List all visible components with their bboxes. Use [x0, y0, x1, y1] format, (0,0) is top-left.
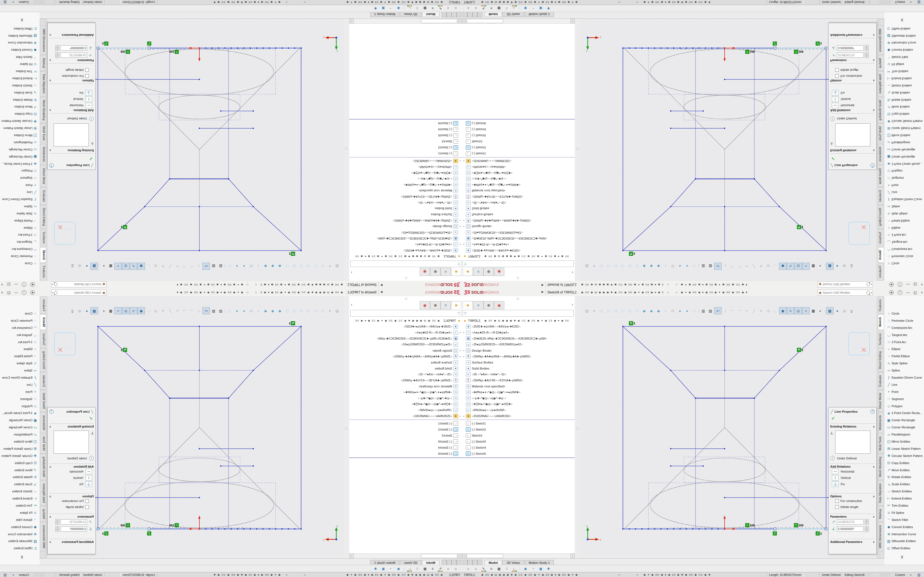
display-toolbar-icon[interactable]: ◉ — [395, 566, 402, 572]
sketch-tool-item[interactable]: ✂ Trim Entities — [0, 68, 40, 75]
display-toolbar-icon[interactable]: ∟ — [511, 566, 518, 572]
sketch-tool-item[interactable]: ◫ Mirror Entities — [884, 132, 924, 139]
sketch-tool-item[interactable]: ⇔ Stretch Entities — [0, 488, 40, 495]
sketch-tool-item[interactable]: ▣ Center Rectangle — [0, 417, 40, 424]
help-icon[interactable]: ? — [22, 282, 26, 287]
featuremanager-tab[interactable]: ≡ — [473, 268, 483, 276]
toolbar-icon[interactable]: ◐ — [100, 308, 107, 314]
toolbar-icon[interactable]: ∟ — [772, 263, 779, 269]
toolbar-icon[interactable]: ↩ — [714, 263, 722, 270]
toolbar-icon[interactable]: ◻ — [312, 308, 319, 314]
sketch-tool-item[interactable]: ◡ Tangent Arc — [884, 331, 924, 338]
commandmanager-tab[interactable]: Sheet Metal — [40, 165, 46, 187]
checkbox[interactable] — [85, 74, 89, 78]
scrollbar-thumb[interactable] — [467, 554, 503, 558]
commandmanager-tab[interactable]: Data Migration — [40, 71, 46, 97]
add-relation-row[interactable]: ⚓ Fix — [830, 90, 875, 96]
display-toolbar-icon[interactable]: ▣ — [380, 5, 386, 11]
sketch-tool-item[interactable]: ✂ Trim Entities — [884, 502, 924, 509]
toolbar-icon[interactable]: ◻ — [298, 263, 305, 269]
tree-item[interactable]: ▸ ◔ ○Λ●◎✚25◦Я○◦○Я◦52✚◎●Λ○ — [349, 330, 462, 336]
sketch-tool-item[interactable]: ▱ Parallelogram — [0, 139, 40, 146]
document-tab[interactable]: Model — [422, 560, 439, 565]
toolbar-icon[interactable]: ◻ — [619, 263, 626, 269]
length-input[interactable]: 10.88152731 — [837, 53, 864, 58]
tree-item[interactable]: ▸ ▢ Design Binder — [349, 224, 462, 230]
commandmanager-tab[interactable]: MBD Dimensions — [878, 522, 884, 551]
search-icon[interactable] — [54, 283, 58, 286]
sketch-tool-item[interactable]: ◌ Perimeter Circle — [0, 317, 40, 324]
commandmanager-tab[interactable]: Weldments — [40, 144, 46, 164]
tree-item-sketch[interactable]: ∟ (-) Sketch2 — [462, 145, 575, 151]
tab-nav-button[interactable] — [462, 560, 467, 565]
toolbar-icon[interactable]: ✎ — [160, 263, 166, 269]
toolbar-icon[interactable]: ⊥ — [195, 308, 202, 314]
tree-item[interactable]: ▸ ■ ○253ЄИNАU·○◦○·UАNИЄ352○ — [349, 158, 462, 164]
toolbar-circle-icon[interactable]: ○ — [667, 290, 669, 294]
display-toolbar-icon[interactable]: ◉ — [522, 5, 529, 11]
unit-system-dropdown[interactable]: Custom — [19, 0, 29, 5]
tree-item-sketch[interactable]: ∟ (-) Sketch1 — [349, 421, 462, 426]
toolbar-icon[interactable]: ◻ — [633, 308, 640, 314]
checkbox[interactable] — [835, 68, 839, 72]
menu-item[interactable] — [512, 292, 517, 293]
sketch-tool-item[interactable]: ↗ Move Entities — [0, 467, 40, 474]
scrollbar-thumb[interactable] — [421, 19, 457, 23]
splitter-handle[interactable] — [577, 427, 579, 430]
sketch-tool-item[interactable]: ◈ 3 Point Center Recta... — [884, 160, 924, 168]
toolbar-icon[interactable]: | — [225, 263, 226, 269]
scroll-right-icon[interactable]: › — [349, 554, 354, 558]
expand-panel-chevron-icon[interactable]: › — [351, 302, 352, 307]
display-toolbar-icon[interactable]: ✱ — [372, 566, 379, 572]
more-tools-chevron-icon[interactable]: ≫ — [20, 18, 24, 22]
menu-item[interactable] — [522, 292, 528, 293]
sketch-tool-item[interactable]: ◇ Polygon — [0, 168, 40, 175]
tree-item-sketch[interactable]: ∟ (-) Sketch1 — [462, 421, 575, 426]
relation-icon[interactable]: | — [832, 97, 838, 102]
tree-item-sketch[interactable]: ∟ (-) Sketch4 — [462, 445, 575, 451]
user-account-icon[interactable]: ◉ — [889, 290, 894, 295]
menu-item[interactable] — [402, 292, 407, 293]
tree-root-item[interactable]: ■ TЯPDL2. ◉ ЗЄ ◉ Ш ◉ ◉ ◉ ✚ ◉ ƆС ◉ ЗЄ ◉ ✦… — [349, 253, 462, 259]
toolbar-icon[interactable]: ▤ — [583, 263, 590, 269]
sketch-tool-item[interactable]: ❖ Circular Sketch Pattern — [0, 452, 40, 459]
unit-system-dropdown[interactable]: Custom — [895, 572, 905, 577]
tree-item[interactable]: ◗ Surface Bodies — [349, 359, 462, 366]
sketch-tool-item[interactable]: ∾ Spline — [884, 367, 924, 374]
toolbar-icon[interactable]: ◍ — [76, 308, 83, 314]
tab-nav-button[interactable] — [462, 12, 467, 17]
tree-item[interactable]: ◒ ○25●◎25ИNЗЄ25○◦○52ЄЗNИ52◎●52○ — [349, 229, 462, 235]
sketch-tool-item[interactable]: ⊡ Copy Entities — [0, 110, 40, 118]
search-input[interactable]: ▣ Search CAD Models ▾ — [817, 290, 873, 296]
menu-item[interactable] — [391, 284, 396, 285]
angle-spinner[interactable]: ▲▼ — [55, 45, 60, 51]
toolbar-icon[interactable]: ◎ — [152, 263, 159, 269]
commandmanager-tab[interactable]: Sheet Metal — [878, 390, 884, 412]
panel-collapse-handle[interactable] — [517, 298, 519, 300]
expand-arrow-icon[interactable]: ▸ — [462, 349, 466, 352]
toolbar-icon[interactable]: ✎ — [758, 308, 764, 314]
commandmanager-tab[interactable]: Markup — [40, 55, 46, 71]
display-toolbar-icon[interactable]: ≡ — [488, 5, 495, 11]
sketch-tool-item[interactable]: ∪ Fit Spline — [0, 509, 40, 516]
panel-splitter[interactable] — [344, 296, 349, 558]
search-dropdown-icon[interactable]: ▾ — [871, 292, 872, 294]
sketch-tool-item[interactable]: ◝ Sketch Fillet — [0, 516, 40, 524]
tree-item[interactable]: ◐ ○25·∩*●Аm○◦○mА●*∩·52○ — [349, 200, 462, 206]
expand-arrow-icon[interactable]: ▸ — [462, 415, 466, 417]
sketch-tool-item[interactable]: ⊗ Intersection Curve — [884, 40, 924, 47]
menu-item[interactable] — [396, 292, 402, 293]
help-icon[interactable]: ? — [49, 163, 53, 168]
sketch-tool-item[interactable]: ⇔ Stretch Entities — [884, 488, 924, 495]
featuremanager-tab[interactable]: ≡ — [441, 301, 451, 309]
sketch-tool-item[interactable]: ◆ Convert Entities — [0, 47, 40, 53]
tree-item[interactable]: ▦ ○25✚3Є25○ИN◎◦✚ƆСЗЄИЗЄ25○◦○52ЄЗИЄЗСƆ✚◦◎… — [462, 335, 575, 342]
tree-item[interactable]: ★ ○253Є✚◦●◎VАΦ○◦○ΦАV◎●◦✚Є352○ — [349, 324, 462, 330]
toolbar-icon[interactable]: | — [824, 308, 826, 314]
sketch-tool-item[interactable]: ○ Circle — [884, 310, 924, 317]
tab-nav-button[interactable] — [447, 560, 452, 565]
menu-item[interactable] — [528, 292, 533, 293]
sketch-tool-item[interactable]: ∩ 3 Point Arc — [884, 338, 924, 346]
toolbar-icon[interactable]: ◆ — [262, 263, 269, 269]
quick-access-toolbar[interactable]: ◉ ЗЄ ◉ Ш ◉ ◉ ◉ ✚ ◉ ƆС ◉ ЗЄ ◉ ✦ ◉ 25 ◉ ● … — [581, 291, 664, 294]
